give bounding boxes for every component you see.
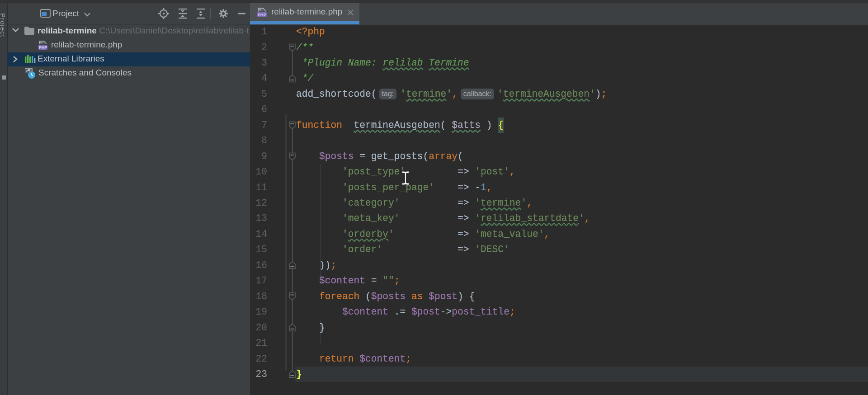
svg-text:PHP: PHP: [39, 45, 47, 50]
svg-text:PHP: PHP: [258, 13, 266, 17]
